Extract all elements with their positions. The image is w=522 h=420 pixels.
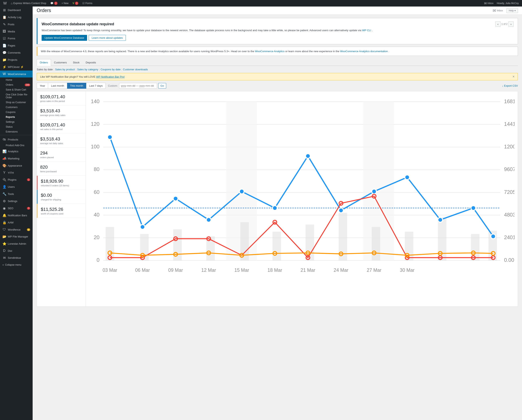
sidebar-item-dashboard[interactable]: ⊞ Dashboard: [0, 7, 33, 14]
svg-point-47: [339, 208, 343, 213]
file-manager-icon: 📂: [2, 235, 6, 238]
sidebar-item-marketing[interactable]: 📣 Marketing: [0, 155, 33, 162]
analytics-icon: 📊: [2, 149, 6, 153]
export-csv-btn[interactable]: ↓ Export CSV: [502, 84, 518, 87]
sidebar-item-settings-main[interactable]: ⚙ Settings: [0, 198, 33, 205]
sidebar-item-users[interactable]: 👤 Users: [0, 183, 33, 191]
sidebar-item-lonestar-admin[interactable]: ⭐ Lonestar Admin: [0, 240, 33, 247]
sidebar-item-projects[interactable]: 📁 Projects: [0, 56, 33, 63]
period-this-month-btn[interactable]: This month: [67, 83, 86, 89]
tab-customers[interactable]: Customers: [51, 59, 70, 66]
header-right: ✉ Inbox Help ▾: [493, 8, 518, 13]
forms-item[interactable]: ☑ Forms: [81, 0, 94, 7]
period-last-month-btn[interactable]: Last month: [48, 83, 67, 89]
sidebar-item-woocommerce[interactable]: W WooCommerce: [0, 70, 33, 77]
sidebar-item-shop-as-customer[interactable]: Shop as Customer: [0, 100, 33, 105]
svg-text:14411.73: 14411.73: [504, 121, 514, 127]
go-btn[interactable]: Go: [158, 83, 166, 89]
plugins-icon: 🔌: [2, 178, 6, 182]
sidebar-item-forms[interactable]: ☑ Forms: [0, 35, 33, 42]
sidebar-item-save-share-cart[interactable]: Save & Share Cart: [0, 87, 33, 92]
subnav-sales-by-product[interactable]: Sales by product: [55, 68, 75, 71]
inbox-btn[interactable]: ✉ Inbox: [483, 0, 495, 7]
inbox-icon: ✉: [493, 8, 496, 13]
sidebar-item-posts[interactable]: ✎ Posts: [0, 21, 33, 28]
sidebar-item-coupons[interactable]: Coupons: [0, 110, 33, 115]
woocommerce-analytics-docs-link[interactable]: WooCommerce Analytics documentation: [340, 50, 388, 53]
comments-item[interactable]: 💬 3: [49, 0, 59, 7]
sidebar-item-settings[interactable]: Settings: [0, 120, 33, 124]
woocommerce-analytics-link[interactable]: WooCommerce Analytics: [255, 50, 284, 53]
wordfence-icon: 🛡: [2, 228, 6, 231]
divi-icon: D: [2, 249, 6, 253]
subnav-coupons-by-date[interactable]: Coupons by date: [100, 68, 121, 71]
tab-orders[interactable]: Orders: [37, 59, 51, 66]
sidebar-item-notification-bars[interactable]: 🔔 Notification Bars: [0, 212, 33, 219]
site-name[interactable]: ⌂ Express Writers Content Shop: [9, 0, 48, 7]
sidebar-item-wordfence[interactable]: 🛡 Wordfence ●: [0, 226, 33, 233]
wp-cli-link[interactable]: WP CLI: [362, 29, 371, 32]
stat-shipping: $0.00 charged for shipping: [37, 190, 86, 204]
sidebar-item-plugins[interactable]: 🔌 Plugins 1: [0, 176, 33, 183]
tab-stock[interactable]: Stock: [70, 59, 83, 66]
svg-point-51: [471, 206, 476, 210]
sidebar-item-divi[interactable]: D Divi: [0, 247, 33, 254]
sidebar-item-comments[interactable]: 💬 Comments: [0, 49, 33, 56]
stat-orders-placed: 294 orders placed: [37, 148, 86, 162]
wp-icon: W: [3, 1, 7, 6]
sidebar-item-aam[interactable]: 🔒 AAM: [0, 219, 33, 226]
notice-prev-btn[interactable]: ‹: [495, 21, 501, 27]
notice-header: WooCommerce database update required ‹ 1…: [42, 21, 514, 27]
plugin-notice-close[interactable]: ×: [513, 75, 514, 78]
sidebar-item-customers[interactable]: Customers: [0, 105, 33, 110]
top-bar: Orders ✉ Inbox Help ▾: [33, 7, 522, 15]
sidebar-item-one-click-order[interactable]: One Click Order Re-Order: [0, 92, 33, 100]
sidebar-item-home[interactable]: Home: [0, 77, 33, 82]
admin-menu: ⊞ Dashboard 📋 Activity Log ✎ Posts 🖼 Med…: [0, 7, 33, 420]
sidebar-item-extensions[interactable]: Extensions: [0, 129, 33, 134]
inbox-area[interactable]: ✉ Inbox: [493, 8, 503, 13]
sidebar-item-yith[interactable]: Y YITH: [0, 169, 33, 176]
page-title: Orders: [37, 8, 51, 13]
stat-avg-net-daily: $3,518.43 average net daily sales: [37, 134, 86, 148]
sidebar-item-appearance[interactable]: 🎨 Appearance: [0, 162, 33, 169]
sidebar-item-reports[interactable]: Reports: [0, 115, 33, 120]
sidebar-item-tools[interactable]: 🔧 Tools: [0, 191, 33, 198]
subnav-customer-downloads[interactable]: Customer downloads: [123, 68, 148, 71]
svg-point-52: [491, 234, 496, 239]
subnav-sales-by-category[interactable]: Sales by category: [77, 68, 98, 71]
svg-text:12 Mar: 12 Mar: [201, 267, 216, 273]
update-db-btn[interactable]: Update WooCommerce Database: [42, 35, 87, 41]
sidebar-item-media[interactable]: 🖼 Media: [0, 28, 33, 35]
custom-range-input[interactable]: [119, 83, 157, 89]
new-item[interactable]: + New: [60, 0, 70, 7]
pages-icon: 📄: [2, 44, 6, 47]
analytics-notice: With the release of WooCommerce 4.0, the…: [37, 47, 518, 56]
help-btn[interactable]: Help ▾: [507, 8, 518, 13]
tab-deposits[interactable]: Deposits: [83, 59, 99, 66]
sidebar-item-status[interactable]: Status: [0, 124, 33, 129]
sidebar-item-orders[interactable]: Orders 298: [0, 82, 33, 87]
notification-bar-pro-link[interactable]: WP Notification Bar Pro!: [96, 75, 125, 78]
collapse-menu-btn[interactable]: « Collapse menu: [0, 261, 33, 268]
sidebar-item-pages[interactable]: 📄 Pages: [0, 42, 33, 49]
learn-more-btn[interactable]: Learn more about updates: [89, 35, 126, 41]
wp-logo[interactable]: W: [2, 0, 8, 7]
period-year-btn[interactable]: Year: [37, 83, 48, 89]
svg-point-42: [173, 196, 178, 201]
period-last-7-days-btn[interactable]: Last 7 days: [86, 83, 106, 89]
sidebar-item-analytics[interactable]: 📊 Analytics: [0, 148, 33, 155]
media-icon: 🖼: [2, 30, 6, 33]
notice-next-btn[interactable]: ›: [508, 21, 514, 27]
appearance-icon: 🎨: [2, 164, 6, 168]
sidebar-item-seo[interactable]: ◉ SEO 3: [0, 205, 33, 212]
sidebar-item-product-add-ons[interactable]: Product Add-Ons: [0, 143, 33, 148]
sidebar-item-wpclever[interactable]: ⚡ WPClever ⚡: [0, 63, 33, 70]
sidebar-item-products[interactable]: 🛍 Products: [0, 136, 33, 143]
subnav-sales-by-date[interactable]: Sales by date: [37, 68, 53, 71]
svg-text:7205.86: 7205.86: [504, 189, 514, 195]
sidebar-item-activity-log[interactable]: 📋 Activity Log: [0, 14, 33, 21]
sidebar-item-wp-file-manager[interactable]: 📂 WP File Manager: [0, 233, 33, 240]
v-item[interactable]: V 3: [71, 0, 80, 7]
sidebar-item-sendinblue[interactable]: ✉ Sendinblue: [0, 254, 33, 261]
